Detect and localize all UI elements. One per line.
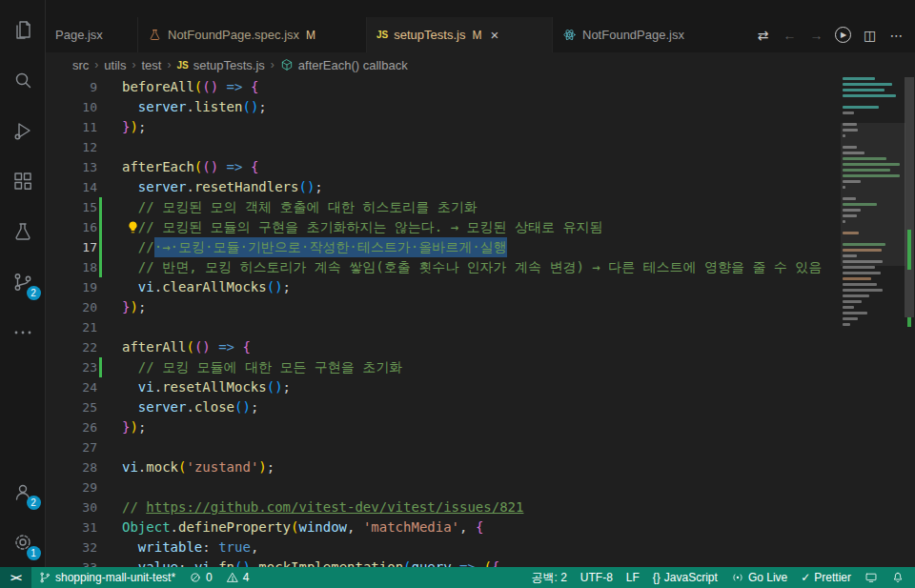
code-line[interactable]: 17 //·→·모킹·모듈·기반으로·작성한·테스트가·올바르게·실행 [46,237,915,257]
code-line[interactable]: 12 [46,137,915,157]
code-line[interactable]: 11}); [46,117,915,137]
code-token: ; [315,179,322,194]
navigate-forward-icon[interactable]: → [803,22,829,48]
status-indentation[interactable]: 공백: 2 [524,567,573,588]
tab-label: NotFoundPage.jsx [582,28,684,42]
code-token: ) [130,419,137,435]
status-eol[interactable]: LF [620,567,646,588]
code-line[interactable]: 22afterAll(() => { [46,337,915,357]
modified-gutter-bar [97,217,107,237]
code-line[interactable]: 31Object.defineProperty(window, 'matchMe… [46,517,915,537]
code-token: => [227,159,243,174]
code-line[interactable]: 13afterEach(() => { [46,157,915,177]
activity-bar-item-search[interactable] [0,54,46,105]
code-token: vi [194,559,211,567]
activity-bar-item-settings[interactable]: 1 [0,517,46,567]
gutter [97,297,107,317]
code-token [122,239,138,254]
code-token: => [459,559,476,567]
code-line[interactable]: 25 server.close(); [46,397,915,417]
code-editor[interactable]: 9beforeAll(() => {10 server.listen();11}… [46,77,915,567]
activity-bar-item-additional-views[interactable] [0,307,46,357]
modified-gutter-bar [97,357,107,377]
extensions-icon [11,170,34,193]
activity-bar-item-accounts[interactable]: 2 [0,466,46,517]
code-token: => [227,79,243,94]
run-file-icon[interactable]: ▶ [830,22,856,48]
status-notifications[interactable] [884,567,911,588]
broadcast-icon [731,571,744,584]
status-bar: ><shopping-mall-unit-test*04 공백: 2UTF-8L… [0,567,915,588]
minimap-line [843,306,854,309]
code-line[interactable]: 33 value: vi.fn().mockImplementation(que… [46,558,915,567]
code-token: . [154,379,162,395]
tab-notfoundpage-jsx[interactable]: NotFoundPage.jsx [553,17,696,52]
code-token: // 모킹된 모의 객체 호출에 대한 히스토리를 초기화 [138,199,478,214]
navigate-back-icon[interactable]: ← [777,22,803,48]
activity-bar-item-run-and-debug[interactable] [0,105,46,155]
code-token: ) [274,279,282,294]
minimap-line [843,100,904,103]
code-line[interactable]: 28vi.mock('zustand'); [46,457,915,477]
editor-scrollbar[interactable] [904,77,915,567]
code-line[interactable]: 29 [46,477,915,497]
minimap-slider[interactable] [841,123,905,266]
code-line[interactable]: 21 [46,317,915,337]
breadcrumb-item-4[interactable]: JSsetupTests.js [176,58,264,72]
circle-slash-icon [189,571,202,584]
code-text: // 반면, 모킹 히스토리가 계속 쌓임(호출 횟수나 인자가 계속 변경) … [107,257,822,277]
gutter [97,377,107,397]
code-token: ( [267,279,274,294]
status-prettier[interactable]: ✓Prettier [794,567,858,588]
activity-bar-item-source-control[interactable]: 2 [0,256,46,307]
code-line[interactable]: 15 // 모킹된 모의 객체 호출에 대한 히스토리를 초기화 [46,197,915,217]
gutter [97,517,107,537]
activity-bar-item-extensions[interactable] [0,155,46,206]
minimap[interactable] [843,77,904,567]
code-line[interactable]: 14 server.resetHandlers(); [46,177,915,197]
code-line[interactable]: 19 vi.clearAllMocks(); [46,277,915,297]
code-token: ) [211,79,218,94]
code-line[interactable]: 30// https://github.com/vitest-dev/vites… [46,497,915,517]
code-line[interactable]: 32 writable: true, [46,537,915,558]
code-text [107,317,122,337]
scrollbar-thumb[interactable] [905,77,914,317]
minimap-line [843,266,875,269]
close-icon[interactable]: × [490,27,498,43]
gutter [97,558,107,567]
js-file-icon: JS [176,60,188,71]
code-line[interactable]: 9beforeAll(() => { [46,77,915,97]
status-warnings[interactable]: 4 [219,567,256,588]
code-line[interactable]: 10 server.listen(); [46,97,915,117]
modified-indicator: M [306,29,315,42]
tab-label: Page.jsx [55,28,103,42]
tab-page-jsx[interactable]: Page.jsx [46,17,138,52]
status-encoding[interactable]: UTF-8 [574,567,620,588]
breadcrumb-item-5[interactable]: afterEach() callback [280,58,408,72]
status-screencast[interactable] [858,567,884,588]
compare-changes-icon[interactable]: ⇄ [750,22,776,48]
status-language-mode[interactable]: {}JavaScript [646,567,724,588]
activity-bar-item-explorer[interactable] [0,4,46,54]
status-git-branch[interactable]: shopping-mall-unit-test* [31,567,182,588]
breadcrumb-item-1[interactable]: src [72,58,89,72]
more-actions-icon[interactable]: ⋯ [884,22,909,48]
code-line[interactable]: 20}); [46,297,915,317]
code-line[interactable]: 24 vi.resetAllMocks(); [46,377,915,397]
split-editor-icon[interactable]: ◫ [857,22,883,48]
activity-bar-item-testing[interactable] [0,206,46,256]
tab-notfoundpage-spec-jsx[interactable]: NotFoundPage.spec.jsxM [138,17,367,52]
code-line[interactable]: 18 // 반면, 모킹 히스토리가 계속 쌓임(호출 횟수나 인자가 계속 변… [46,257,915,277]
status-errors[interactable]: 0 [182,567,219,588]
code-line[interactable]: 16 // 모킹된 모듈의 구현을 초기화하지는 않는다. → 모킹된 상태로 … [46,217,915,237]
breadcrumb-item-3[interactable]: test [141,58,161,72]
code-line[interactable]: 26}); [46,417,915,437]
line-number: 15 [46,197,97,217]
status-remote-indicator[interactable]: >< [0,567,31,588]
tab-setuptests-js[interactable]: JSsetupTests.jsM× [367,17,553,52]
code-line[interactable]: 23 // 모킹 모듈에 대한 모든 구현을 초기화 [46,357,915,377]
code-line[interactable]: 27 [46,437,915,457]
breadcrumb-item-2[interactable]: utils [104,58,126,72]
minimap-line [843,317,858,320]
status-go-live[interactable]: Go Live [724,567,794,588]
